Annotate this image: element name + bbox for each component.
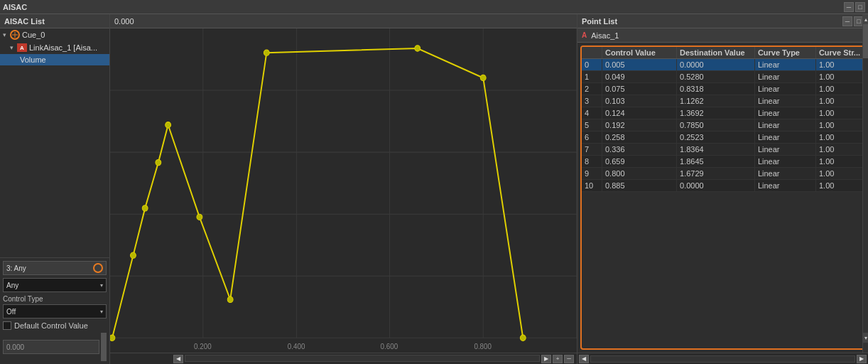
table-cell[interactable]: Linear	[755, 180, 816, 191]
point-10[interactable]	[520, 335, 526, 341]
table-cell[interactable]: 9	[582, 168, 602, 179]
right-scroll-right[interactable]: ▶	[857, 355, 867, 363]
point-list-window-controls[interactable]: ─ □	[842, 16, 864, 26]
footer-scrollbar-row[interactable]: ◀ ▶	[579, 355, 867, 363]
table-row[interactable]: 80.6591.8645Linear1.00	[582, 156, 864, 168]
table-row[interactable]: 90.8001.6729Linear1.00	[582, 168, 864, 180]
h-scrollbar[interactable]	[185, 355, 540, 362]
table-body[interactable]: 00.0050.0000Linear1.0010.0490.5280Linear…	[582, 59, 864, 348]
table-cell[interactable]: 0.885	[602, 180, 677, 191]
tree-item-link[interactable]: ▾ A LinkAisac_1 [Aisa...	[0, 41, 109, 54]
table-cell[interactable]: 1.00	[816, 59, 864, 70]
table-cell[interactable]: 0.800	[602, 168, 677, 179]
table-cell[interactable]: 0.336	[602, 144, 677, 155]
table-cell[interactable]: Linear	[755, 156, 816, 167]
aisac-tree[interactable]: ▾ Cue_0 ▾ A LinkAisac_1 [Aisa... Volume	[0, 28, 109, 257]
table-cell[interactable]: Linear	[755, 95, 816, 107]
table-cell[interactable]: 0.005	[602, 59, 677, 70]
table-cell[interactable]: 6	[582, 132, 602, 143]
table-cell[interactable]: 0.659	[602, 156, 677, 167]
table-cell[interactable]: Linear	[755, 83, 816, 95]
graph-area[interactable]: 0.200 0.400 0.600 0.800	[110, 28, 577, 353]
point-9[interactable]	[480, 75, 486, 80]
scroll-left-btn[interactable]: ◀	[173, 355, 183, 363]
any-dropdown[interactable]: Any ▾	[3, 278, 107, 292]
table-cell[interactable]: 1.00	[816, 156, 864, 167]
table-cell[interactable]: 1.1262	[677, 95, 755, 107]
table-cell[interactable]: Linear	[755, 107, 816, 119]
point-2[interactable]	[142, 205, 148, 211]
number-input[interactable]: 0.000	[3, 340, 99, 354]
default-control-row[interactable]: Default Control Value	[3, 321, 107, 330]
table-cell[interactable]: 1.00	[816, 119, 864, 131]
table-cell[interactable]: 5	[582, 119, 602, 131]
table-cell[interactable]: 0.2523	[677, 132, 755, 143]
table-cell[interactable]: 1.8645	[677, 156, 755, 167]
table-row[interactable]: 40.1241.3692Linear1.00	[582, 107, 864, 119]
table-cell[interactable]: 0.8318	[677, 83, 755, 95]
table-cell[interactable]: 1.00	[816, 71, 864, 82]
aisac-minimize-btn[interactable]: ─	[844, 2, 854, 12]
table-cell[interactable]: Linear	[755, 59, 816, 70]
tree-item-cue[interactable]: ▾ Cue_0	[0, 28, 109, 41]
table-cell[interactable]: 4	[582, 107, 602, 119]
table-cell[interactable]: 1.8364	[677, 144, 755, 155]
table-cell[interactable]: 1	[582, 71, 602, 82]
table-cell[interactable]: Linear	[755, 71, 816, 82]
point-4[interactable]	[166, 122, 171, 128]
table-cell[interactable]: 0.124	[602, 107, 677, 119]
table-cell[interactable]: 0.103	[602, 95, 677, 107]
table-cell[interactable]: 8	[582, 156, 602, 167]
right-scroll-left[interactable]: ◀	[579, 355, 589, 363]
table-cell[interactable]: 0.0000	[677, 180, 755, 191]
zoom-in-btn[interactable]: +	[553, 355, 563, 363]
table-cell[interactable]: Linear	[755, 132, 816, 143]
table-cell[interactable]: 1.00	[816, 168, 864, 179]
table-row[interactable]: 20.0750.8318Linear1.00	[582, 83, 864, 95]
table-row[interactable]: 10.0490.5280Linear1.00	[582, 71, 864, 83]
number-scrollbar[interactable]	[101, 333, 107, 361]
aisac-maximize-btn[interactable]: □	[855, 2, 865, 12]
table-row[interactable]: 60.2580.2523Linear1.00	[582, 132, 864, 144]
table-cell[interactable]: 0.049	[602, 71, 677, 82]
point-8[interactable]	[415, 46, 421, 51]
table-cell[interactable]: 0.5280	[677, 71, 755, 82]
table-cell[interactable]: 1.6729	[677, 168, 755, 179]
point-7[interactable]	[264, 50, 269, 55]
point-3[interactable]	[156, 159, 161, 165]
table-cell[interactable]: 0.258	[602, 132, 677, 143]
right-hscroll[interactable]	[590, 355, 855, 363]
table-cell[interactable]: 1.00	[816, 95, 864, 107]
table-cell[interactable]: Linear	[755, 168, 816, 179]
link-expand-arrow[interactable]: ▾	[10, 44, 17, 51]
table-row[interactable]: 70.3361.8364Linear1.00	[582, 144, 864, 156]
table-cell[interactable]: 1.00	[816, 83, 864, 95]
point-list-minimize[interactable]: ─	[842, 16, 852, 26]
point-0[interactable]	[110, 335, 115, 341]
point-1[interactable]	[131, 252, 136, 258]
table-row[interactable]: 50.1920.7850Linear1.00	[582, 119, 864, 132]
default-control-checkbox[interactable]	[3, 321, 11, 330]
table-row[interactable]: 30.1031.1262Linear1.00	[582, 95, 864, 107]
table-cell[interactable]: 1.00	[816, 107, 864, 119]
table-cell[interactable]: 0.7850	[677, 119, 755, 131]
footer-controls[interactable]: ◀ ▶ + ─	[173, 355, 574, 363]
point-5[interactable]	[197, 214, 202, 220]
tree-item-volume[interactable]: Volume	[0, 54, 109, 65]
point-6[interactable]	[227, 296, 233, 302]
table-cell[interactable]: 1.00	[816, 144, 864, 155]
table-cell[interactable]: Linear	[755, 119, 816, 131]
table-cell[interactable]: 1.00	[816, 180, 864, 191]
table-cell[interactable]: 0	[582, 59, 602, 70]
table-cell[interactable]: 1.00	[816, 132, 864, 143]
aisac-window-controls[interactable]: ─ □	[844, 2, 865, 12]
table-cell[interactable]: 7	[582, 144, 602, 155]
table-cell[interactable]: 1.3692	[677, 107, 755, 119]
zoom-out-btn[interactable]: ─	[564, 355, 574, 363]
table-cell[interactable]: 2	[582, 83, 602, 95]
table-cell[interactable]: Linear	[755, 144, 816, 155]
control-type-dropdown[interactable]: Off ▾	[3, 304, 107, 318]
table-cell[interactable]: 3	[582, 95, 602, 107]
table-row[interactable]: 100.8850.0000Linear1.00	[582, 180, 864, 192]
table-cell[interactable]: 10	[582, 180, 602, 191]
